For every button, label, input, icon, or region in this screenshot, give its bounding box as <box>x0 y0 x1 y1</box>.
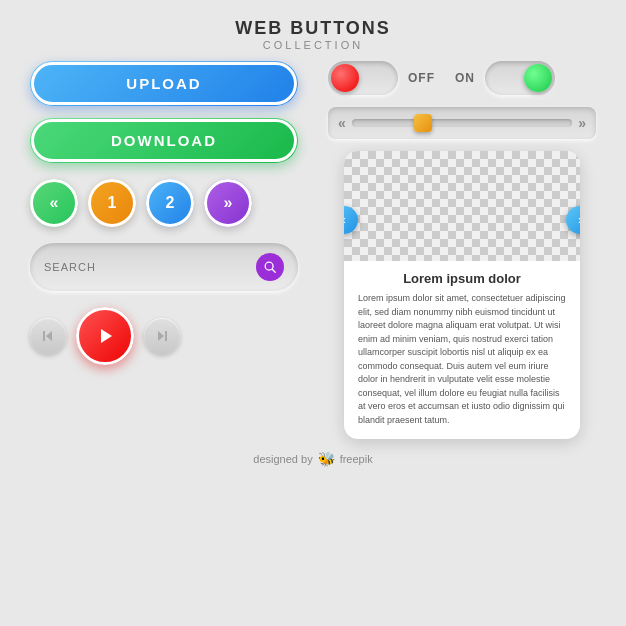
search-input[interactable] <box>44 261 256 273</box>
media-player <box>30 307 298 365</box>
slider-track[interactable] <box>352 119 572 127</box>
footer-text: designed by <box>253 453 312 465</box>
search-icon <box>263 260 277 274</box>
toggle-on-knob <box>524 64 552 92</box>
toggle-on-switch[interactable] <box>485 61 555 95</box>
play-icon <box>95 326 115 346</box>
header: WEB BUTTONS COLLECTION <box>0 0 626 61</box>
search-bar <box>30 243 298 291</box>
search-button[interactable] <box>256 253 284 281</box>
toggle-on-container: ON <box>455 61 555 95</box>
toggle-off-label: OFF <box>408 71 435 85</box>
skip-forward-icon <box>155 329 169 343</box>
svg-marker-5 <box>158 331 164 341</box>
pagination-group: « 1 2 » <box>30 179 298 227</box>
card-text: Lorem ipsum dolor sit amet, consectetuer… <box>358 292 566 427</box>
slider-right-arrow[interactable]: » <box>578 115 586 131</box>
svg-line-1 <box>272 269 275 272</box>
toggle-group: OFF ON <box>328 61 596 95</box>
slider-thumb[interactable] <box>414 114 432 132</box>
content-card: ‹ › Lorem ipsum dolor Lorem ipsum dolor … <box>344 151 580 439</box>
svg-marker-2 <box>46 331 52 341</box>
page-subtitle: COLLECTION <box>0 39 626 51</box>
slider-container: « » <box>328 107 596 139</box>
media-prev-button[interactable] <box>30 318 66 354</box>
skip-back-icon <box>41 329 55 343</box>
footer: designed by 🐝 freepik <box>0 439 626 475</box>
page-title: WEB BUTTONS <box>0 18 626 39</box>
toggle-off-container: OFF <box>328 61 435 95</box>
right-top: OFF ON « » <box>328 61 596 139</box>
right-column: OFF ON « » ‹ <box>328 61 596 439</box>
page-2-button[interactable]: 2 <box>146 179 194 227</box>
svg-marker-4 <box>101 329 112 343</box>
toggle-off-knob <box>331 64 359 92</box>
prev-page-button[interactable]: « <box>30 179 78 227</box>
freepik-logo-icon: 🐝 <box>318 451 335 467</box>
main-content: UPLOAD DOWNLOAD « 1 2 » <box>0 61 626 439</box>
card-title: Lorem ipsum dolor <box>358 271 566 286</box>
svg-rect-3 <box>43 331 45 341</box>
left-column: UPLOAD DOWNLOAD « 1 2 » <box>30 61 298 439</box>
slider-left-arrow[interactable]: « <box>338 115 346 131</box>
page-1-button[interactable]: 1 <box>88 179 136 227</box>
footer-brand: freepik <box>340 453 373 465</box>
card-content: Lorem ipsum dolor Lorem ipsum dolor sit … <box>344 261 580 439</box>
svg-rect-6 <box>165 331 167 341</box>
media-next-button[interactable] <box>144 318 180 354</box>
toggle-on-label: ON <box>455 71 475 85</box>
next-page-button[interactable]: » <box>204 179 252 227</box>
toggle-off-switch[interactable] <box>328 61 398 95</box>
card-image <box>344 151 580 261</box>
upload-button[interactable]: UPLOAD <box>30 61 298 106</box>
download-button[interactable]: DOWNLOAD <box>30 118 298 163</box>
media-play-button[interactable] <box>76 307 134 365</box>
